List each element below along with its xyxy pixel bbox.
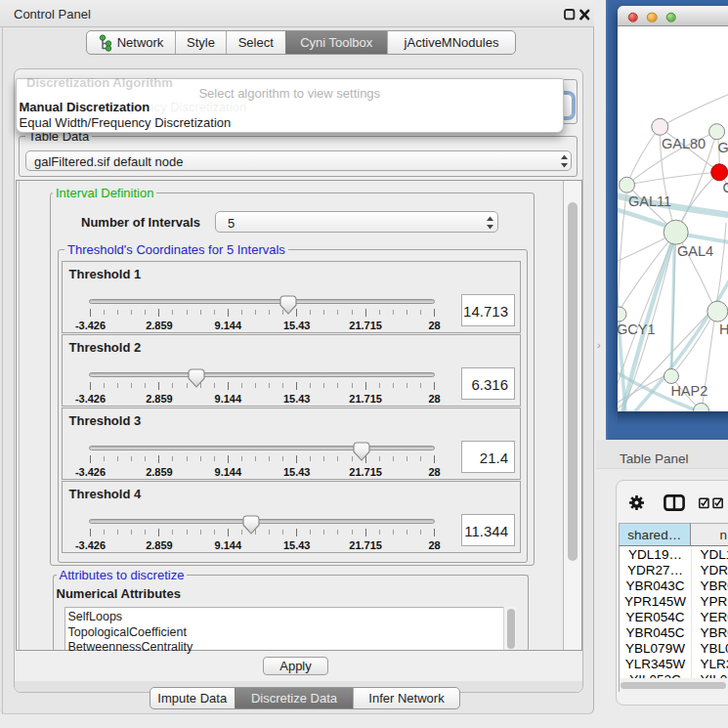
svg-text:GCY1: GCY1 [618, 321, 656, 337]
svg-text:C: C [723, 180, 728, 195]
svg-text:HAP2: HAP2 [670, 383, 707, 399]
svg-text:HI: HI [719, 321, 728, 337]
svg-text:GAL11: GAL11 [628, 193, 671, 209]
svg-text:GAL80: GAL80 [662, 136, 706, 151]
svg-text:GA: GA [718, 140, 728, 155]
svg-text:GAL4: GAL4 [677, 243, 713, 259]
